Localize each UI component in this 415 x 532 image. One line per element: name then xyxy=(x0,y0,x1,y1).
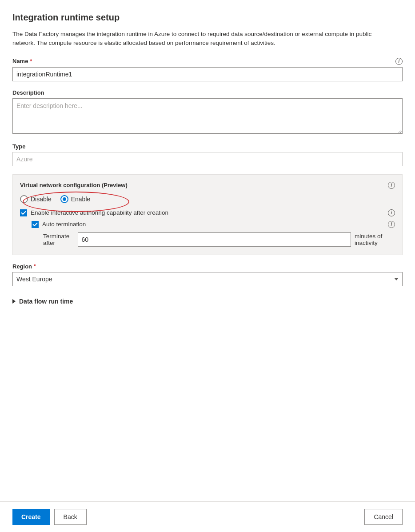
virtual-network-section: Virtual network configuration (Preview) … xyxy=(12,174,403,255)
data-flow-chevron-icon xyxy=(12,299,16,304)
type-display: Azure xyxy=(12,152,403,166)
disable-radio-label: Disable xyxy=(31,196,52,203)
region-field-group: Region * West Europe xyxy=(12,263,403,286)
back-button[interactable]: Back xyxy=(54,509,87,525)
type-field-group: Type Azure xyxy=(12,143,403,166)
disable-radio[interactable]: Disable xyxy=(20,195,52,203)
terminate-after-input[interactable] xyxy=(78,232,351,247)
description-label: Description xyxy=(12,89,403,96)
data-flow-label: Data flow run time xyxy=(19,298,73,305)
terminate-after-label: Terminate after xyxy=(43,233,74,246)
virtual-network-title: Virtual network configuration (Preview) xyxy=(20,182,128,188)
auto-termination-checkbox[interactable] xyxy=(32,221,39,228)
page-title: Integration runtime setup xyxy=(12,12,403,23)
cancel-button[interactable]: Cancel xyxy=(364,509,403,525)
virtual-network-info-icon[interactable]: i xyxy=(388,182,395,189)
enable-authoring-row: Enable interactive authoring capability … xyxy=(20,209,395,216)
footer-left-buttons: Create Back xyxy=(12,509,87,525)
enable-radio-dot xyxy=(63,197,66,201)
enable-radio[interactable]: Enable xyxy=(60,195,91,203)
type-label: Type xyxy=(12,143,403,150)
description-input[interactable] xyxy=(12,98,403,134)
region-label: Region xyxy=(12,263,32,270)
enable-radio-label: Enable xyxy=(71,196,91,203)
create-button[interactable]: Create xyxy=(12,509,50,525)
data-flow-runtime-row[interactable]: Data flow run time xyxy=(12,298,403,305)
terminate-after-row: Terminate after minutes of inactivity xyxy=(43,232,395,247)
name-input[interactable] xyxy=(12,67,403,81)
region-required-star: * xyxy=(34,263,36,269)
enable-radio-circle xyxy=(60,195,68,203)
page-description: The Data Factory manages the integration… xyxy=(12,30,377,48)
footer: Create Back Cancel xyxy=(0,501,415,532)
virtual-network-radio-group: Disable Enable xyxy=(20,195,395,203)
auto-termination-label: Auto termination xyxy=(42,221,86,228)
name-field-group: Name * i xyxy=(12,58,403,81)
enable-authoring-info-icon[interactable]: i xyxy=(388,209,395,216)
auto-termination-info-icon[interactable]: i xyxy=(388,221,395,228)
name-label: Name xyxy=(12,58,28,64)
name-required-star: * xyxy=(30,58,32,64)
name-info-icon[interactable]: i xyxy=(395,58,403,65)
description-field-group: Description xyxy=(12,89,403,135)
enable-authoring-label: Enable interactive authoring capability … xyxy=(31,209,168,216)
disable-radio-circle xyxy=(20,195,28,203)
minutes-label: minutes of inactivity xyxy=(355,233,395,246)
enable-authoring-checkbox[interactable] xyxy=(20,209,27,216)
auto-termination-row: Auto termination i xyxy=(32,221,395,228)
region-chevron-icon xyxy=(394,278,399,280)
region-value: West Europe xyxy=(16,276,52,283)
region-select[interactable]: West Europe xyxy=(12,272,403,286)
